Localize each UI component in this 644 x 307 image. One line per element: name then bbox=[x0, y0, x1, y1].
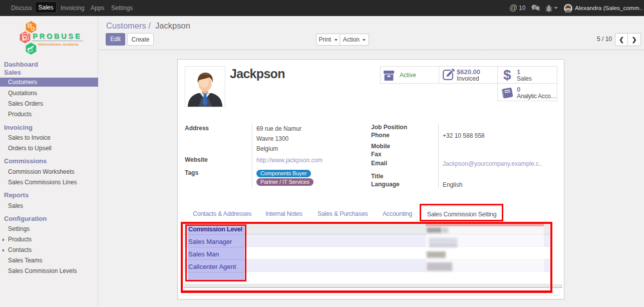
svg-text:PROBUSE: PROBUSE bbox=[33, 32, 82, 40]
svg-text:PROFESSIONAL BUSINESS: PROFESSIONAL BUSINESS bbox=[38, 43, 79, 46]
